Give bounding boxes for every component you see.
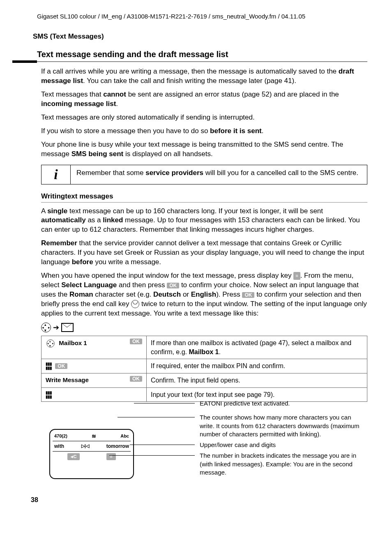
nav-sequence: ◂▸▴▾ ➔ — [41, 323, 367, 332]
phone-mode: Abc — [120, 433, 129, 439]
step-desc: Confirm. The input field opens. — [147, 373, 367, 387]
section-label: SMS (Text Messages) — [33, 32, 367, 41]
doc-header: Gigaset SL100 colour / IM_eng / A31008-M… — [37, 12, 367, 21]
phone-text-tomorrow: tomorrow — [106, 443, 129, 449]
envelope-icon — [61, 323, 74, 332]
cursor-icon: ▷|◁ — [81, 443, 89, 449]
nav-key-icon: ◂▸▴▾ — [41, 323, 51, 332]
nav-key-icon: ◂▸▴▾ — [46, 340, 54, 348]
phone-counter: 470(2) — [54, 433, 67, 439]
para-interrupt: Text messages are only stored automatica… — [41, 113, 367, 122]
menu-key-icon: ≡ — [293, 272, 300, 280]
phone-diagram: 470(2) ≋ Abc with ▷|◁ tomorrow ◂C ≡ EATO… — [49, 413, 367, 479]
step-desc: If more than one mailbox is activated (p… — [147, 336, 367, 359]
steps-table: ◂▸▴▾ Mailbox 1 OK If more than one mailb… — [41, 336, 367, 402]
heading-writing: Writingtext messages — [41, 192, 367, 203]
keypad-icon: ▮▮▮▮▮▮ — [46, 391, 52, 399]
info-box: i Remember that some service providers w… — [41, 165, 367, 184]
info-icon: i — [42, 165, 71, 184]
ok-key-icon: OK — [130, 339, 142, 344]
softkey-c: ◂C — [67, 453, 80, 460]
end-call-icon — [131, 300, 139, 308]
step-row-mailbox: ◂▸▴▾ Mailbox 1 OK If more than one mailb… — [42, 336, 367, 359]
para-charset: Remember that the service provider canno… — [41, 239, 367, 267]
heading-main-text: Text message sending and the draft messa… — [37, 50, 228, 59]
phone-text-with: with — [54, 443, 64, 449]
annot-counter: The counter shows how many more characte… — [191, 413, 367, 438]
heading-main: Text message sending and the draft messa… — [37, 49, 367, 62]
body-content: If a call arrives while you are writing … — [41, 67, 367, 479]
annot-case: Upper/lower case and digits — [191, 441, 367, 449]
info-text: Remember that some service providers wil… — [71, 165, 367, 184]
annot-eatoni: EATONI predictive text activated. — [191, 399, 367, 408]
eatoni-icon: ≋ — [92, 433, 96, 440]
ok-key-icon: OK — [130, 376, 142, 382]
para-draft: If a call arrives while you are writing … — [41, 67, 367, 86]
ok-key-icon: OK — [55, 363, 67, 369]
para-length: A single text message can be up to 160 c… — [41, 207, 367, 235]
ok-key-icon: OK — [167, 283, 179, 288]
step-desc: If required, enter the mailbox PIN and c… — [147, 359, 367, 373]
heading-bar — [12, 60, 37, 63]
keypad-icon: ▮▮▮▮▮▮ — [46, 362, 52, 370]
para-busy: Your phone line is busy while your text … — [41, 140, 367, 159]
softkey-menu: ≡ — [106, 453, 115, 460]
para-error: Text messages that cannot be sent are as… — [41, 90, 367, 109]
para-language: When you have opened the input window fo… — [41, 271, 367, 318]
arrow-icon: ➔ — [53, 323, 61, 332]
phone-screen: 470(2) ≋ Abc with ▷|◁ tomorrow ◂C ≡ — [49, 429, 134, 479]
annotations: EATONI predictive text activated. The co… — [191, 413, 367, 479]
ok-key-icon: OK — [242, 292, 254, 298]
para-store: If you wish to store a message then you … — [41, 127, 367, 136]
step-row-pin: ▮▮▮▮▮▮ OK If required, enter the mailbox… — [42, 359, 367, 373]
annot-brackets: The number in brackets indicates the mes… — [191, 452, 367, 477]
step-row-write: Write Message OK Confirm. The input fiel… — [42, 373, 367, 387]
page-number: 38 — [31, 496, 367, 505]
